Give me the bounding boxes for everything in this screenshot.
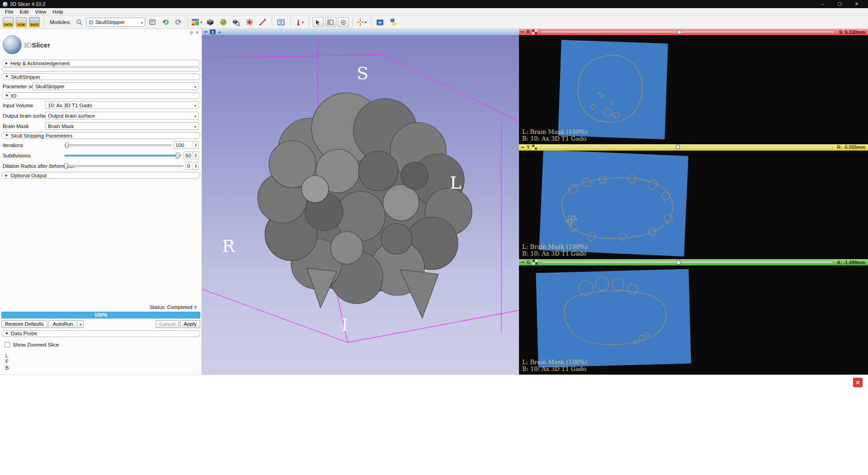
crosshair-button[interactable] bbox=[356, 16, 368, 28]
menu-help[interactable]: Help bbox=[49, 9, 66, 14]
spin-arrows-icon[interactable] bbox=[193, 162, 198, 169]
restore-defaults-button[interactable]: Restore Defaults bbox=[1, 320, 47, 328]
slice-corner-annotations: L: Brain Mask (100%) B: 10: Ax 3D T1 Gad… bbox=[522, 128, 587, 142]
iterations-spinbox[interactable]: 100 bbox=[174, 141, 199, 149]
pin-icon[interactable] bbox=[204, 31, 208, 33]
toolbar: DATA DCM SAVE Modules: SkullStripper bbox=[0, 16, 868, 29]
pin-icon[interactable] bbox=[521, 31, 524, 33]
dilation-radius-spinbox[interactable]: 0 bbox=[185, 162, 199, 170]
panel-close-icon[interactable] bbox=[195, 30, 199, 35]
slice-slider-handle[interactable] bbox=[677, 30, 681, 34]
python-console-button[interactable] bbox=[387, 16, 399, 28]
menu-edit[interactable]: Edit bbox=[17, 9, 32, 14]
section-skullstripper[interactable]: SkullStripper bbox=[1, 73, 200, 80]
spin-arrows-icon[interactable] bbox=[193, 152, 198, 159]
modules-forward-button[interactable] bbox=[173, 16, 184, 28]
slice-image-red[interactable]: L: Brain Mask (100%) B: 10: Ax 3D T1 Gad… bbox=[519, 35, 868, 144]
show-zoomed-slice-checkbox[interactable]: Show Zoomed Slice bbox=[5, 342, 197, 347]
annotation-button[interactable] bbox=[244, 16, 255, 28]
subdivisions-slider[interactable] bbox=[64, 155, 182, 157]
section-optional-output[interactable]: Optional Output bbox=[1, 172, 200, 179]
status-details-icon[interactable] bbox=[194, 304, 198, 310]
panel-undock-icon[interactable] bbox=[190, 30, 193, 35]
pointer-mode-button[interactable] bbox=[312, 17, 324, 27]
collapse-arrow-icon bbox=[5, 76, 8, 78]
screenshot-button[interactable] bbox=[275, 16, 287, 28]
subdivisions-spinbox[interactable]: 50 bbox=[184, 152, 199, 159]
slice-slider-handle[interactable] bbox=[676, 145, 680, 149]
error-log-button[interactable]: ✕ bbox=[853, 378, 863, 387]
ruler-icon bbox=[259, 19, 266, 26]
logo-text-3d: 3D bbox=[23, 41, 32, 49]
view-3d-controller-bar[interactable]: 1 bbox=[202, 29, 519, 35]
capture-button[interactable] bbox=[374, 16, 386, 28]
slice-bar-yellow[interactable]: Y R: -5.055mm bbox=[519, 144, 868, 151]
view-options-icon[interactable] bbox=[218, 29, 222, 35]
slice-offset-green: A: -1.499mm bbox=[836, 260, 866, 265]
slice-slider-handle[interactable] bbox=[676, 260, 680, 264]
spin-arrows-icon[interactable] bbox=[193, 142, 198, 148]
slice-slider-red[interactable] bbox=[541, 31, 834, 33]
slice-panel: R S: 6.330mm bbox=[519, 29, 868, 375]
autorun-button[interactable]: AutoRun bbox=[48, 320, 84, 328]
pin-icon[interactable] bbox=[521, 147, 524, 148]
chevron-down-icon bbox=[194, 103, 196, 108]
autorun-dropdown-icon[interactable] bbox=[77, 321, 83, 327]
iterations-slider[interactable] bbox=[64, 144, 172, 146]
slider-handle[interactable] bbox=[65, 142, 69, 148]
slice-menu-icon[interactable] bbox=[532, 145, 537, 150]
slice-image-green[interactable]: L: Brain Mask (100%) B: 10: Ax 3D T1 Gad… bbox=[519, 266, 868, 375]
place-mode-button[interactable] bbox=[338, 17, 349, 27]
slice-slider-yellow[interactable] bbox=[541, 146, 833, 148]
section-data-probe[interactable]: Data Probe bbox=[1, 330, 200, 337]
output-surface-combo[interactable]: Output brain surface bbox=[45, 112, 199, 119]
cube-view-button[interactable] bbox=[204, 16, 216, 28]
menu-view[interactable]: View bbox=[32, 9, 49, 14]
chevron-down-icon bbox=[194, 124, 196, 129]
slice-image-yellow[interactable]: L: Brain Mask (100%) B: 10: Ax 3D T1 Gad… bbox=[519, 151, 868, 260]
brain-mask-combo[interactable]: Brain Mask bbox=[45, 122, 199, 130]
window-level-mode-button[interactable] bbox=[325, 17, 336, 27]
module-history-button[interactable] bbox=[146, 16, 158, 28]
output-surface-label: Output brain surface bbox=[3, 113, 43, 119]
parameter-set-combo[interactable]: SkullStripper bbox=[33, 82, 199, 90]
ruler-button[interactable] bbox=[257, 16, 269, 28]
slice-slider-green[interactable] bbox=[541, 261, 833, 263]
slice-bar-green[interactable]: G A: -1.499mm bbox=[519, 259, 868, 266]
section-skull-stripping-parameters[interactable]: Skull Stripping Parameters bbox=[1, 132, 200, 139]
apply-button[interactable]: Apply bbox=[180, 320, 200, 328]
maximize-button[interactable]: ▢ bbox=[831, 0, 848, 8]
modules-back-button[interactable] bbox=[160, 16, 171, 28]
load-data-button[interactable]: DATA bbox=[2, 16, 14, 28]
extensions-button[interactable] bbox=[294, 16, 306, 28]
minimize-button[interactable]: – bbox=[814, 0, 831, 8]
probe-row-b: B bbox=[5, 365, 196, 371]
menu-file[interactable]: File bbox=[2, 9, 17, 14]
input-volume-value: 10: Ax 3D T1 Gado bbox=[48, 103, 92, 108]
section-io[interactable]: IO bbox=[1, 92, 200, 99]
section-help-acknowledgement[interactable]: Help & Acknowledgement bbox=[1, 60, 200, 66]
zoom-cube-button[interactable] bbox=[231, 16, 242, 28]
save-button[interactable]: SAVE bbox=[28, 16, 40, 28]
input-volume-label: Input Volume bbox=[3, 103, 43, 108]
module-selector-combo[interactable]: SkullStripper bbox=[86, 18, 145, 27]
render-canvas-3d[interactable]: S R L I bbox=[202, 35, 519, 375]
close-button[interactable]: ✕ bbox=[848, 0, 865, 8]
cancel-button[interactable]: Cancel bbox=[156, 320, 179, 328]
slider-handle[interactable] bbox=[176, 152, 179, 158]
pin-icon[interactable] bbox=[521, 261, 524, 263]
input-volume-combo[interactable]: 10: Ax 3D T1 Gado bbox=[45, 101, 199, 109]
dicom-button[interactable]: DCM bbox=[15, 16, 27, 28]
logo-text-slicer: Slicer bbox=[32, 41, 50, 49]
slice-menu-icon[interactable] bbox=[532, 29, 537, 34]
volume-rendering-button[interactable] bbox=[217, 16, 229, 28]
module-search-button[interactable] bbox=[73, 16, 85, 28]
layout-selector-button[interactable] bbox=[191, 16, 203, 28]
dilation-radius-slider[interactable] bbox=[64, 165, 184, 167]
layout-icon bbox=[192, 19, 199, 26]
slice-bar-red[interactable]: R S: 6.330mm bbox=[519, 29, 868, 35]
slice-menu-icon[interactable] bbox=[533, 260, 538, 265]
slider-handle[interactable] bbox=[64, 163, 68, 169]
orientation-letter-superior: S bbox=[357, 63, 368, 83]
module-icon bbox=[89, 20, 94, 25]
